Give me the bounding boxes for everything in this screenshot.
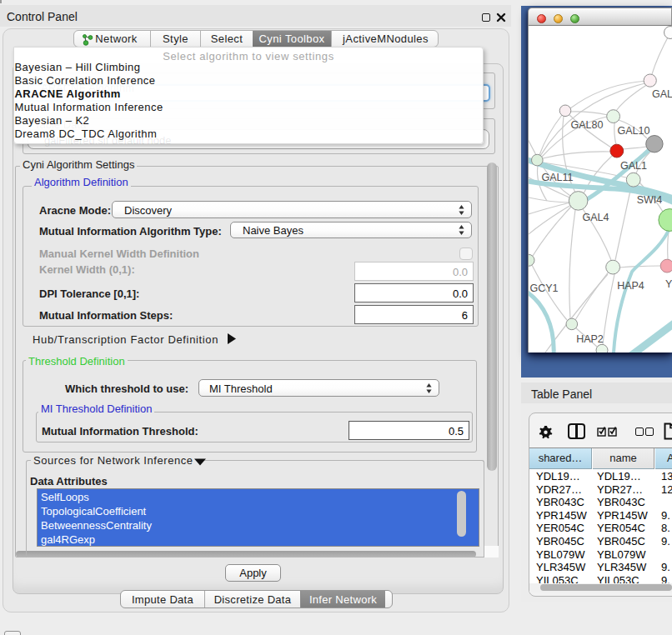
svg-text:GAL2: GAL2 xyxy=(652,88,672,100)
svg-text:GCY1: GCY1 xyxy=(529,282,558,294)
svg-text:GAL10: GAL10 xyxy=(618,125,650,137)
svg-text:GAL4: GAL4 xyxy=(583,212,609,223)
svg-text:Y: Y xyxy=(665,278,672,290)
svg-text:GAL11: GAL11 xyxy=(542,172,574,183)
svg-text:GAL80: GAL80 xyxy=(571,119,604,131)
svg-text:GAL1: GAL1 xyxy=(620,160,647,172)
svg-text:HAP4: HAP4 xyxy=(617,280,644,292)
svg-text:SWI4: SWI4 xyxy=(637,194,663,206)
svg-text:HAP2: HAP2 xyxy=(576,333,604,345)
